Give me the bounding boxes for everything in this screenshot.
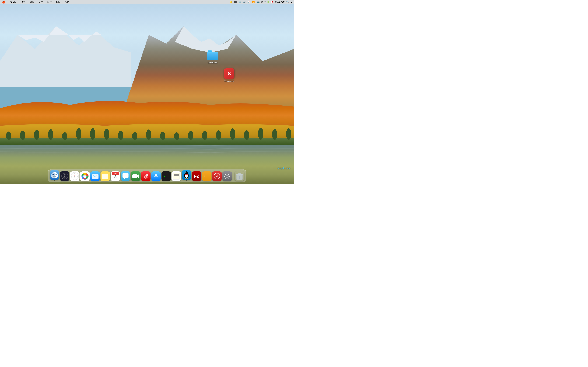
dock: N S W E <box>48 169 246 183</box>
dock-itunes[interactable] <box>141 171 151 181</box>
svg-point-32 <box>84 175 86 177</box>
dock-mail[interactable] <box>90 171 100 181</box>
itunes-app-icon <box>141 171 151 181</box>
svg-rect-9 <box>51 172 55 178</box>
svg-rect-94 <box>229 176 230 176</box>
svg-rect-77 <box>185 174 188 175</box>
dock-filezilla[interactable]: FZ <box>192 171 201 181</box>
svg-rect-101 <box>238 173 241 174</box>
volume-icon[interactable]: 🔊 <box>243 1 246 3</box>
dock-trash[interactable] <box>235 171 244 181</box>
filezilla-app-icon: FZ <box>192 171 201 181</box>
svg-rect-91 <box>227 173 227 174</box>
dock-netease[interactable] <box>212 171 222 181</box>
dock-separator <box>233 171 233 180</box>
help-menu[interactable]: 帮助 <box>64 0 70 4</box>
svg-text:$_: $_ <box>164 175 167 177</box>
dock-messages[interactable] <box>121 171 130 181</box>
svg-rect-92 <box>227 178 227 179</box>
svg-rect-62 <box>173 173 180 179</box>
svg-point-87 <box>216 176 217 177</box>
notification-center-icon[interactable]: ☰ <box>291 1 293 3</box>
dock-notes[interactable] <box>101 171 110 181</box>
dock-finder[interactable] <box>50 170 59 181</box>
sogou-app-icon: S <box>224 68 235 79</box>
downloads-label: Downloads <box>208 61 217 64</box>
prompt-app-icon: >_ <box>202 171 212 181</box>
textedit-app-icon <box>172 171 181 181</box>
svg-point-73 <box>186 173 186 173</box>
svg-rect-80 <box>202 171 212 181</box>
go-menu[interactable]: 前往 <box>47 0 52 4</box>
appstore-app-icon <box>151 171 161 181</box>
edit-menu[interactable]: 编辑 <box>29 0 35 4</box>
dock-prompt[interactable]: >_ <box>202 171 212 181</box>
svg-rect-47 <box>132 175 137 178</box>
sogou-input-icon[interactable]: S SogouInput <box>222 67 236 83</box>
sogou-menu-icon[interactable]: S <box>271 1 273 3</box>
dock-textedit[interactable] <box>172 171 181 181</box>
dock-launchpad[interactable] <box>60 171 69 181</box>
svg-text:W: W <box>71 176 72 177</box>
calendar-app-icon: MAY 8 <box>111 171 120 181</box>
messages-app-icon <box>121 171 130 181</box>
terminal-app-icon: $_ <box>162 171 171 181</box>
downloads-folder-icon[interactable]: Downloads <box>206 49 220 65</box>
dock-qq[interactable] <box>182 170 191 181</box>
view-menu[interactable]: 显示 <box>38 0 44 4</box>
svg-point-90 <box>226 175 228 177</box>
folder-icon <box>207 50 218 61</box>
svg-point-74 <box>187 173 187 173</box>
wifi-icon[interactable]: 📶 <box>252 1 255 3</box>
notes-app-icon <box>101 171 110 181</box>
notification-icon[interactable]: 🔔 <box>229 1 232 3</box>
sogou-label: SogouInput <box>224 80 234 82</box>
svg-text:FZ: FZ <box>194 174 199 178</box>
dock-facetime[interactable] <box>131 171 140 181</box>
svg-text:N: N <box>75 173 75 174</box>
battery-indicator: 100% 🔋 <box>261 1 269 3</box>
facetime-app-icon <box>131 171 140 181</box>
spotlight-icon[interactable]: 🔍 <box>286 1 289 3</box>
chrome-app-icon <box>80 171 90 181</box>
trash-app-icon <box>235 171 244 181</box>
svg-text:8: 8 <box>114 175 116 179</box>
dock-calendar[interactable]: MAY 8 <box>111 171 120 181</box>
desktop: 🍎 Finder 文件 编辑 显示 前往 窗口 帮助 🔔 ⬛ 📡 🔊 🧭 📶 📺… <box>0 0 294 184</box>
svg-point-52 <box>146 177 146 177</box>
menubar-right: 🔔 ⬛ 📡 🔊 🧭 📶 📺 100% 🔋 S 周二20:18 🔍 ☰ <box>229 0 293 3</box>
svg-text:>_: >_ <box>204 175 207 177</box>
compass-icon[interactable]: 🧭 <box>248 1 251 3</box>
dock-preferences[interactable] <box>222 171 232 181</box>
preferences-app-icon <box>222 171 232 181</box>
svg-point-7 <box>56 174 56 175</box>
finder-icon <box>50 170 59 180</box>
screen-icon[interactable]: ⬛ <box>234 1 237 3</box>
watermark-text: shiqidu.com <box>277 167 291 169</box>
window-menu[interactable]: 窗口 <box>55 0 61 4</box>
airplay-icon[interactable]: 📺 <box>257 1 259 3</box>
mail-app-icon <box>90 171 100 181</box>
radar-icon[interactable]: 📡 <box>239 1 241 3</box>
netease-app-icon <box>212 171 222 181</box>
wallpaper <box>0 0 294 184</box>
launchpad-icon <box>60 171 69 181</box>
menubar-left: 🍎 Finder 文件 编辑 显示 前往 窗口 帮助 <box>1 0 70 4</box>
qq-app-icon <box>182 170 191 180</box>
app-name-menu[interactable]: Finder <box>9 0 17 4</box>
safari-app-icon: N S W E <box>70 171 80 181</box>
svg-rect-93 <box>224 176 225 176</box>
file-menu[interactable]: 文件 <box>20 0 26 4</box>
dock-terminal[interactable]: $_ <box>162 171 171 181</box>
dock-appstore[interactable] <box>151 171 161 181</box>
menubar: 🍎 Finder 文件 编辑 显示 前往 窗口 帮助 🔔 ⬛ 📡 🔊 🧭 📶 📺… <box>0 0 294 4</box>
dock-safari[interactable]: N S W E <box>70 171 80 181</box>
svg-point-21 <box>75 176 75 176</box>
finder-dot <box>54 180 55 181</box>
dock-chrome[interactable] <box>80 171 90 181</box>
apple-menu[interactable]: 🍎 <box>1 0 6 4</box>
svg-rect-36 <box>102 174 109 179</box>
datetime-display[interactable]: 周二20:18 <box>275 0 285 3</box>
qq-dot <box>186 180 187 181</box>
